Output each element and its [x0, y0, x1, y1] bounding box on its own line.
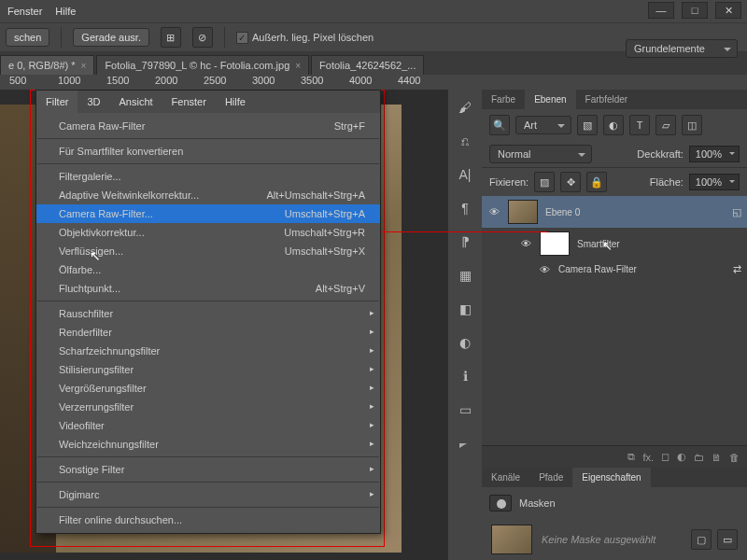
document-canvas[interactable]: Filter3DAnsichtFensterHilfe Camera Raw-F…	[0, 90, 448, 560]
swatches-icon[interactable]: ▦	[455, 265, 475, 286]
close-icon[interactable]: ×	[81, 61, 87, 71]
menu-fenster[interactable]: Fenster	[7, 6, 42, 17]
menu-hilfe[interactable]: Hilfe	[55, 6, 76, 17]
pixel-mask-icon[interactable]: ▢	[691, 529, 712, 550]
text-icon[interactable]: A|	[455, 164, 475, 185]
workspace-preset-dropdown[interactable]: Grundelemente	[626, 39, 738, 58]
character-icon[interactable]: ⁋	[455, 231, 475, 252]
fx-icon[interactable]: fx.	[642, 452, 654, 463]
filter-image-icon[interactable]: ▧	[577, 115, 598, 135]
tab-ebenen[interactable]: Ebenen	[525, 90, 575, 109]
ruler-tick: 4000	[349, 75, 372, 86]
menu-filter[interactable]: Filter	[36, 91, 78, 113]
adjustment-icon[interactable]: ◐	[677, 451, 686, 463]
filter-text-icon[interactable]: T	[629, 115, 650, 135]
minimize-button[interactable]: —	[648, 2, 674, 19]
filter-adjust-icon[interactable]: ◐	[603, 115, 624, 135]
menu-separator	[37, 163, 379, 164]
menu-item[interactable]: Objektivkorrektur...Umschalt+Strg+R	[36, 223, 380, 242]
tab-farbfelder[interactable]: Farbfelder	[576, 90, 638, 109]
lock-pixels-icon[interactable]: ▨	[534, 172, 555, 192]
layer-row[interactable]: 👁 Smartfilter	[482, 228, 747, 259]
filter-options-icon[interactable]: ⇄	[733, 263, 741, 275]
nav-icon[interactable]: ▭	[455, 399, 475, 420]
info-icon[interactable]: ℹ	[455, 366, 475, 386]
close-icon[interactable]: ×	[295, 61, 301, 71]
layers-footer: ⧉ fx. ◻ ◐ 🗀 🗎 🗑	[482, 445, 747, 468]
menu-item[interactable]: Scharfzeichnungsfilter	[36, 342, 380, 360]
menu-item[interactable]: Sonstige Filter	[36, 460, 380, 479]
filter-shape-icon[interactable]: ▱	[655, 115, 676, 135]
brush-icon[interactable]: 🖌	[455, 97, 475, 118]
filter-name[interactable]: Camera Raw-Filter	[558, 264, 726, 274]
visibility-icon[interactable]: 👁	[519, 238, 532, 249]
document-tab[interactable]: Fotolia_42624562_...	[311, 55, 424, 75]
adjust-icon[interactable]: ◐	[455, 332, 475, 353]
document-tab[interactable]: Fotolia_797890_L © hc - Fotolia.com.jpg×	[96, 55, 309, 75]
clear-icon[interactable]: ⊘	[192, 27, 213, 48]
menu-item[interactable]: Rauschfilter	[36, 304, 380, 323]
tab-pfade[interactable]: Pfade	[529, 468, 572, 487]
menu-item[interactable]: Ölfarbe...	[36, 260, 380, 279]
straighten-button[interactable]: Gerade ausr.	[73, 28, 149, 47]
grid-icon[interactable]: ⊞	[161, 27, 181, 48]
menu-item[interactable]: Camera Raw-FilterStrg+F	[36, 117, 380, 135]
menu-item[interactable]: Vergrößerungsfilter	[36, 379, 380, 398]
vector-mask-icon[interactable]: ▭	[717, 529, 738, 550]
menu-item[interactable]: Verzerrungsfilter	[36, 398, 380, 416]
lock-all-icon[interactable]: 🔒	[586, 172, 607, 192]
paragraph-icon[interactable]: ¶	[455, 198, 475, 218]
layer-name[interactable]: Ebene 0	[545, 207, 725, 217]
menu-item[interactable]: Verflüssigen...Umschalt+Strg+X	[36, 242, 380, 260]
layer-thumb[interactable]	[508, 200, 538, 224]
menu-fenster[interactable]: Fenster	[162, 91, 216, 113]
tab-farbe[interactable]: Farbe	[482, 90, 525, 109]
delete-pixels-option[interactable]: Außerh. lieg. Pixel löschen	[236, 32, 374, 44]
visibility-icon[interactable]: 👁	[538, 264, 551, 275]
fill-field[interactable]: 100%	[689, 174, 740, 190]
ruler-tick: 1000	[58, 75, 80, 86]
filter-smart-icon[interactable]: ◫	[682, 115, 702, 135]
menu-separator	[37, 482, 379, 483]
menu-item[interactable]: Filter online durchsuchen...	[36, 511, 380, 529]
menu-item[interactable]: Videofilter	[36, 416, 380, 435]
styles-icon[interactable]: ◧	[455, 299, 475, 319]
filter-mask-thumb[interactable]	[540, 231, 570, 256]
clone-icon[interactable]: ⎌	[455, 131, 475, 151]
ruler-tick: 2000	[155, 75, 177, 86]
document-tab[interactable]: e 0, RGB/8#) *×	[0, 55, 94, 75]
menu-item[interactable]: Stilisierungsfilter	[36, 360, 380, 379]
menu-item[interactable]: Renderfilter	[36, 323, 380, 342]
opacity-field[interactable]: 100%	[689, 146, 740, 162]
delete-button[interactable]: schen	[6, 28, 49, 47]
delete-icon[interactable]: 🗑	[729, 452, 740, 463]
visibility-icon[interactable]: 👁	[487, 206, 500, 217]
menu-item[interactable]: Digimarc	[36, 485, 380, 504]
menu-3d[interactable]: 3D	[78, 91, 109, 113]
menu-item[interactable]: Camera Raw-Filter...Umschalt+Strg+A	[36, 204, 380, 223]
menu-ansicht[interactable]: Ansicht	[110, 91, 162, 113]
menu-item[interactable]: Adaptive Weitwinkelkorrektur...Alt+Umsch…	[36, 186, 380, 204]
close-button[interactable]: ✕	[715, 2, 741, 19]
blend-mode-dropdown[interactable]: Normal	[489, 145, 592, 163]
play-icon[interactable]	[455, 433, 475, 454]
layer-row[interactable]: 👁 Camera Raw-Filter ⇄	[482, 259, 747, 279]
tab-eigenschaften[interactable]: Eigenschaften	[572, 468, 650, 487]
properties-panel: Masken Keine Maske ausgewählt ▢ ▭	[482, 487, 747, 560]
tab-kanaele[interactable]: Kanäle	[482, 468, 529, 487]
layer-kind-dropdown[interactable]: Art	[515, 116, 571, 134]
link-icon[interactable]: ⧉	[627, 451, 635, 463]
lock-position-icon[interactable]: ✥	[560, 172, 581, 192]
maximize-button[interactable]: □	[682, 2, 708, 19]
search-icon[interactable]: 🔍	[489, 115, 510, 135]
menu-item[interactable]: Filtergalerie...	[36, 167, 380, 186]
mask-mode-icon[interactable]	[489, 495, 512, 511]
menu-item[interactable]: Weichzeichnungsfilter	[36, 435, 380, 454]
new-layer-icon[interactable]: 🗎	[712, 452, 722, 463]
layer-row[interactable]: 👁 Ebene 0 ◱	[482, 196, 747, 228]
checkbox-icon[interactable]	[236, 32, 248, 44]
group-icon[interactable]: 🗀	[694, 452, 704, 463]
mask-preview-thumb	[491, 525, 532, 554]
mask-icon[interactable]: ◻	[661, 451, 669, 463]
menu-hilfe[interactable]: Hilfe	[216, 91, 255, 113]
